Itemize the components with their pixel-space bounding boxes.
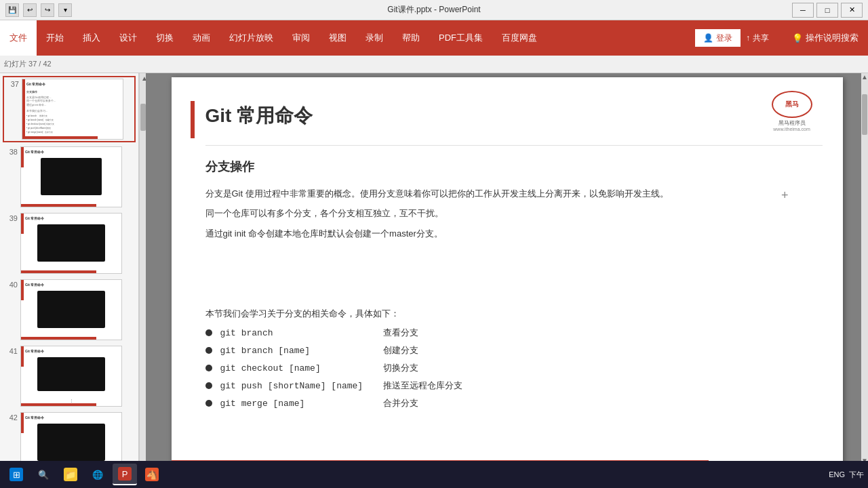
logo-circle-text: 黑马 xyxy=(785,100,799,109)
clock-time: 下午 xyxy=(849,470,864,480)
slide-subtitle: 分支操作 xyxy=(205,159,254,175)
quick-access-toolbar: 幻灯片 37 / 42 xyxy=(0,56,868,73)
slide-num-41: 41 xyxy=(4,347,18,355)
folder-icon: 📁 xyxy=(64,468,77,481)
tab-search[interactable]: 💡 操作说明搜索 xyxy=(783,20,868,56)
cmd-1: git branch xyxy=(220,328,370,338)
list-item-5: git merge [name] 合并分支 xyxy=(205,397,823,409)
main-layout: 37 Git 常用命令 分支操作 分支是Git 使用过程... 同一个仓库可以有… xyxy=(0,73,868,471)
slide-img-37: Git 常用命令 分支操作 分支是Git 使用过程... 同一个仓库可以有多个.… xyxy=(22,79,123,140)
browser-button[interactable]: 🌐 xyxy=(85,464,110,485)
body-line-2: 同一个仓库可以有多个分支，各个分支相互独立，互不干扰。 xyxy=(205,205,823,221)
slide-thumbnail-39[interactable]: 39 Git 常用命令 xyxy=(3,211,136,275)
system-clock: 下午 xyxy=(849,470,864,480)
close-button[interactable]: ✕ xyxy=(841,3,863,18)
desc-1: 查看分支 xyxy=(383,327,418,339)
tab-animation[interactable]: 动画 xyxy=(183,20,220,56)
list-item-4: git push [shortName] [name] 推送至远程仓库分支 xyxy=(205,380,823,392)
slide-counter: 幻灯片 37 / 42 xyxy=(4,59,52,69)
bullet-1 xyxy=(205,329,212,336)
cmd-4: git push [shortName] [name] xyxy=(220,381,370,391)
slide-thumbnail-40[interactable]: 40 Git 常用命令 xyxy=(3,278,136,342)
desc-5: 合并分支 xyxy=(383,397,418,409)
slide-canvas: Git 常用命令 黑马 黑马程序员 www.itheima.com 分支操作 分… xyxy=(172,77,843,467)
tab-slideshow[interactable]: 幻灯片放映 xyxy=(220,20,283,56)
tab-baidu[interactable]: 百度网盘 xyxy=(492,20,547,56)
list-item-1: git branch 查看分支 xyxy=(205,327,823,339)
slide-thumbnail-37[interactable]: 37 Git 常用命令 分支操作 分支是Git 使用过程... 同一个仓库可以有… xyxy=(3,76,136,142)
share-button[interactable]: ↑ 共享 xyxy=(746,33,769,44)
slide-img-41: Git 常用命令 ⋮ xyxy=(20,346,122,407)
slide-panel[interactable]: 37 Git 常用命令 分支操作 分支是Git 使用过程... 同一个仓库可以有… xyxy=(0,73,139,471)
slide-thumbnail-38[interactable]: 38 Git 常用命令 xyxy=(3,145,136,209)
save-icon[interactable]: 💾 xyxy=(5,3,19,17)
cmd-5: git merge [name] xyxy=(220,399,370,409)
slide-red-accent xyxy=(191,101,195,138)
divider xyxy=(205,145,823,146)
slide-img-40: Git 常用命令 xyxy=(20,279,122,340)
bullet-3 xyxy=(205,365,212,371)
tab-pdf[interactable]: PDF工具集 xyxy=(429,20,492,56)
app-icon: 🐴 xyxy=(145,468,159,481)
slide-num-37: 37 xyxy=(5,80,19,88)
scroll-up-arrow[interactable]: ▲ xyxy=(140,73,146,83)
body-line-1: 分支是Git 使用过程中非常重要的概念。使用分支意味着你可以把你的工作从开发主线… xyxy=(205,186,823,201)
cmd-3: git checkout [name] xyxy=(220,363,370,373)
tab-help[interactable]: 帮助 xyxy=(393,20,429,56)
slide-num-38: 38 xyxy=(4,148,18,156)
bullet-2 xyxy=(205,347,212,354)
slide-num-40: 40 xyxy=(4,281,18,289)
list-intro: 本节我们会学习关于分支的相关命令，具体如下： xyxy=(205,308,823,320)
slide-title: Git 常用命令 xyxy=(205,103,313,129)
canvas-scroll-thumb[interactable] xyxy=(862,94,867,135)
tab-transition[interactable]: 切换 xyxy=(146,20,183,56)
logo-area: 黑马 黑马程序员 www.itheima.com xyxy=(762,91,823,131)
canvas-vscroll[interactable]: ▲ ▼ xyxy=(861,73,868,464)
redo-icon[interactable]: ↪ xyxy=(41,3,54,17)
restore-button[interactable]: □ xyxy=(816,3,838,18)
minimize-button[interactable]: ─ xyxy=(792,3,814,18)
body-line-3: 通过git init 命令创建本地仓库时默认会创建一个master分支。 xyxy=(205,226,823,241)
start-button[interactable]: ⊞ xyxy=(4,464,28,485)
tab-design[interactable]: 设计 xyxy=(110,20,146,56)
powerpoint-taskbar-button[interactable]: P xyxy=(113,464,137,485)
desc-2: 创建分支 xyxy=(383,344,418,357)
user-icon: 👤 xyxy=(703,33,713,43)
slide-command-list: 本节我们会学习关于分支的相关命令，具体如下： git branch 查看分支 g… xyxy=(205,308,823,415)
cmd-2: git branch [name] xyxy=(220,346,370,356)
tab-view[interactable]: 视图 xyxy=(319,20,356,56)
list-item-3: git checkout [name] 切换分支 xyxy=(205,362,823,374)
windows-icon: ⊞ xyxy=(9,468,23,481)
customize-icon[interactable]: ▾ xyxy=(58,3,72,17)
search-taskbar-button[interactable]: 🔍 xyxy=(31,464,56,485)
slide-body: 分支是Git 使用过程中非常重要的概念。使用分支意味着你可以把你的工作从开发主线… xyxy=(205,186,823,245)
slide-img-38: Git 常用命令 xyxy=(20,146,122,207)
tab-review[interactable]: 审阅 xyxy=(283,20,319,56)
canvas-area: Git 常用命令 黑马 黑马程序员 www.itheima.com 分支操作 分… xyxy=(146,73,868,471)
slide-panel-scrollbar[interactable]: ▲ ▼ xyxy=(139,73,146,471)
login-button[interactable]: 👤 登录 xyxy=(695,29,741,47)
scroll-thumb[interactable] xyxy=(140,104,146,131)
slide-thumbnail-41[interactable]: 41 Git 常用命令 ⋮ xyxy=(3,344,136,408)
window-title: Git课件.pptx - PowerPoint xyxy=(387,4,480,16)
tab-insert[interactable]: 插入 xyxy=(73,20,110,56)
share-label: 共享 xyxy=(753,33,769,44)
bullet-4 xyxy=(205,382,212,389)
search-taskbar-icon: 🔍 xyxy=(37,468,50,481)
powerpoint-icon: P xyxy=(118,467,132,481)
tab-record[interactable]: 录制 xyxy=(356,20,393,56)
logo-text1: 黑马程序员 xyxy=(778,119,806,127)
login-label: 登录 xyxy=(716,33,732,44)
tab-start[interactable]: 开始 xyxy=(37,20,73,56)
canvas-scroll-up[interactable]: ▲ xyxy=(861,73,868,81)
another-app-button[interactable]: 🐴 xyxy=(140,464,164,485)
slide-num-42: 42 xyxy=(4,413,18,422)
ribbon: 文件 开始 插入 设计 切换 动画 幻灯片放映 审阅 视图 录制 帮助 PDF工… xyxy=(0,20,868,56)
undo-icon[interactable]: ↩ xyxy=(23,3,37,17)
browser-icon: 🌐 xyxy=(91,468,104,481)
taskbar-right: ENG 下午 xyxy=(829,470,864,480)
title-bar: 💾 ↩ ↪ ▾ Git课件.pptx - PowerPoint ─ □ ✕ xyxy=(0,0,868,20)
cursor-indicator: + xyxy=(781,188,789,203)
tab-file[interactable]: 文件 xyxy=(0,20,37,56)
file-explorer-button[interactable]: 📁 xyxy=(58,464,83,485)
